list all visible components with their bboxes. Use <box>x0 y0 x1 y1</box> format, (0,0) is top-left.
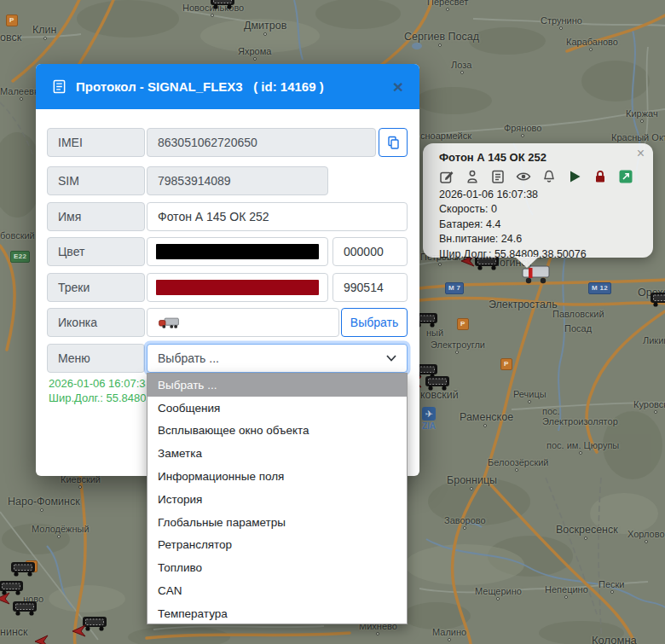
map-place-label: Бронницы <box>447 474 497 486</box>
town-dot <box>253 57 257 61</box>
popup-lines: 2026-01-06 16:07:38Скорость: 0Батарея: 4… <box>439 188 641 262</box>
town-dot <box>610 590 614 594</box>
road-badge: Р <box>457 318 469 330</box>
eye-icon[interactable] <box>516 169 531 184</box>
dropdown-option[interactable]: CAN <box>147 579 407 602</box>
color-label: Цвет <box>47 237 145 266</box>
object-popup: × Фотон А 145 ОК 252 2026-01-06 16:07:38… <box>423 143 653 258</box>
map-place-label: Электросталь <box>489 299 558 310</box>
dropdown-option[interactable]: Температура <box>147 602 407 624</box>
popup-toolbar <box>439 167 641 186</box>
map-place-label: пос. им. Цюрупы <box>546 440 619 450</box>
journal-icon <box>52 79 66 94</box>
airport-marker: ✈ZIA <box>421 407 437 431</box>
map-place-label: Сергиев Посад <box>404 31 479 43</box>
map-place-label: Мещерино <box>475 586 522 596</box>
town-dot <box>263 32 267 36</box>
dropdown-option[interactable]: Топливо <box>147 556 407 579</box>
map-place-label: Клин <box>32 24 56 36</box>
town-dot <box>496 597 500 600</box>
dropdown-option[interactable]: Выбрать ... <box>147 374 407 397</box>
map-place-label: Струнино <box>541 15 582 26</box>
external-link-icon[interactable] <box>618 169 633 184</box>
map-place-label: ковский <box>420 389 459 401</box>
map-place-label: Лоза <box>451 60 471 70</box>
dropdown-option[interactable]: Глобальные параметры <box>147 511 407 534</box>
airplane-icon: ✈ <box>422 407 436 421</box>
dropdown-option[interactable]: Ретранслятор <box>147 534 407 557</box>
dropdown-option[interactable]: Заметка <box>147 442 407 465</box>
name-field[interactable]: Фотон А 145 ОК 252 <box>147 202 408 231</box>
road-badge: М 7 <box>445 282 464 294</box>
dropdown-option[interactable]: История <box>147 488 407 511</box>
map-place-label: Павловский <box>552 309 604 319</box>
menu-select[interactable]: Выбрать ... <box>147 344 408 373</box>
person-icon[interactable] <box>465 169 480 184</box>
map-place-label: Малино <box>432 627 466 637</box>
status-datetime: 2026-01-06 16:07:38 <box>49 376 146 391</box>
copy-icon <box>386 136 400 149</box>
map-place-label: Карабаново <box>566 37 618 47</box>
tracks-hex-field[interactable]: 990514 <box>332 273 408 302</box>
town-dot <box>645 540 648 543</box>
road-badge: Е22 <box>10 251 30 263</box>
direction-arrow-marker[interactable] <box>34 635 49 644</box>
bell-icon[interactable] <box>541 169 557 184</box>
popup-status-line: Вн.питание: 24.6 <box>439 232 641 247</box>
modal-header: Протокол - SIGNAL_FLEX3 ( id: 14169 ) × <box>36 64 419 109</box>
map-place-label: Раменское <box>460 411 513 423</box>
sim-field[interactable]: 79853914089 <box>147 166 328 195</box>
icon-preview-field[interactable] <box>147 308 339 337</box>
map-place-label: Пески <box>598 579 624 589</box>
map-place-label: Куровское <box>633 399 665 409</box>
list-icon[interactable] <box>490 169 506 184</box>
lock-icon[interactable] <box>593 169 608 184</box>
choose-icon-button[interactable]: Выбрать <box>341 308 408 337</box>
vehicle-marker[interactable] <box>12 599 38 616</box>
copy-imei-button[interactable] <box>379 128 408 157</box>
road-badge: Р <box>500 358 512 370</box>
play-icon[interactable] <box>567 169 582 184</box>
popup-status-line: 2026-01-06 16:07:38 <box>439 188 641 202</box>
app-window: НовосиньковоКлиновскДмитровЯхромаПересве… <box>0 0 665 644</box>
popup-status-line: Скорость: 0 <box>439 202 641 217</box>
town-dot <box>463 526 466 530</box>
town-dot <box>584 537 587 540</box>
map-place-label: Хорлово <box>627 529 665 539</box>
airport-code: ZIA <box>421 421 437 431</box>
modal-close-icon[interactable]: × <box>393 78 403 96</box>
vehicle-marker[interactable] <box>650 290 665 307</box>
imei-field[interactable]: 863051062720650 <box>147 128 376 157</box>
edit-icon[interactable] <box>439 169 454 184</box>
color-picker-field[interactable] <box>147 237 328 266</box>
map-place-label: Электроизолятор <box>542 416 618 426</box>
dropdown-option[interactable]: Всплывающее окно объекта <box>147 420 407 443</box>
popup-close-icon[interactable]: × <box>637 146 645 161</box>
map-place-label: Киржач <box>626 108 658 119</box>
map-place-label: пос. <box>542 406 560 416</box>
vehicle-marker[interactable] <box>10 560 36 577</box>
dropdown-option[interactable]: Сообщения <box>147 397 407 420</box>
dropdown-option[interactable]: Информационные поля <box>147 465 407 488</box>
road-badge: Р <box>6 15 18 26</box>
menu-label: Меню <box>47 344 145 373</box>
map-place-label: Непецино <box>545 584 588 595</box>
vehicle-marker[interactable] <box>210 0 235 9</box>
tracks-swatch <box>156 280 319 295</box>
tracks-picker-field[interactable] <box>147 273 328 302</box>
map-place-label: Фряново <box>504 123 541 133</box>
direction-arrow-marker[interactable] <box>72 624 87 637</box>
direction-arrow-marker[interactable] <box>0 592 11 605</box>
map-place-label: Речицы <box>513 389 546 399</box>
map-place-label: Электроугли <box>431 339 485 350</box>
sim-label: SIM <box>47 166 145 195</box>
status-coords: Шир.Долг.: 55.84809,38.50076 <box>49 391 146 405</box>
color-hex-field[interactable]: 000000 <box>332 237 408 266</box>
town-dot <box>460 71 464 74</box>
map-place-label: Молодёжный <box>32 524 90 534</box>
vehicle-marker[interactable] <box>425 374 450 391</box>
map-place-label: Наро-Фоминск <box>8 496 80 508</box>
map-place-label: Яхрома <box>238 46 271 56</box>
town-dot <box>640 119 644 123</box>
town-dot <box>43 37 47 40</box>
